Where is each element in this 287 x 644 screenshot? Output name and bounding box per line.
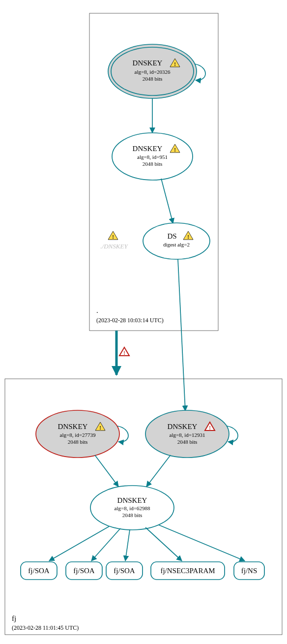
node-fj-ksk1[interactable]: DNSKEY alg=8, id=27739 2048 bits ! xyxy=(36,410,119,458)
rrset-nsec3param[interactable]: fj/NSEC3PARAM xyxy=(151,562,225,580)
svg-text:!: ! xyxy=(209,425,211,430)
svg-text:DNSKEY: DNSKEY xyxy=(133,145,163,153)
zone-fj-timestamp: (2023-02-28 11:01:45 UTC) xyxy=(12,624,79,631)
fj-ksk2-line2: 2048 bits xyxy=(177,439,198,445)
svg-text:DNSKEY: DNSKEY xyxy=(133,59,163,67)
rrset-soa3-label: fj/SOA xyxy=(114,567,135,575)
rrset-soa1-label: fj/SOA xyxy=(28,567,50,575)
fj-ksk2-title: DNSKEY xyxy=(168,423,198,430)
edge-fj-ksk2-zsk xyxy=(146,455,171,487)
edge-zsk-soa1 xyxy=(49,526,109,561)
root-ksk-title: DNSKEY xyxy=(133,59,163,67)
fj-zsk-title: DNSKEY xyxy=(117,496,147,504)
rrset-soa3[interactable]: fj/SOA xyxy=(106,562,143,580)
svg-text:DNSKEY: DNSKEY xyxy=(168,423,198,430)
svg-text:DS: DS xyxy=(167,232,176,240)
rrset-ns-label: fj/NS xyxy=(241,567,258,575)
edge-zsk-soa2 xyxy=(91,528,120,561)
svg-text:!: ! xyxy=(174,61,176,67)
root-ksk-line1: alg=8, id=20326 xyxy=(135,69,171,75)
svg-text:!: ! xyxy=(174,147,176,153)
warning-icon: ! xyxy=(108,231,118,240)
edge-root-zsk-ds xyxy=(161,179,173,223)
fj-ksk2-line1: alg=8, id=12931 xyxy=(170,432,205,438)
root-zsk-line2: 2048 bits xyxy=(143,161,163,167)
zone-root-timestamp: (2023-02-28 10:03:14 UTC) xyxy=(96,317,164,324)
svg-text:!: ! xyxy=(123,350,125,356)
warning-icon-red: ! xyxy=(119,347,129,356)
rrset-soa2-label: fj/SOA xyxy=(73,567,95,575)
edge-zsk-soa3 xyxy=(125,530,130,561)
node-root-ksk[interactable]: DNSKEY alg=8, id=20326 2048 bits ! xyxy=(108,44,197,98)
fj-ksk1-title: DNSKEY xyxy=(58,423,88,430)
rrset-soa1[interactable]: fj/SOA xyxy=(21,562,57,580)
edge-ds-fj-ksk2 xyxy=(178,259,185,411)
zone-fj-label: fj xyxy=(12,614,16,622)
svg-point-9 xyxy=(143,223,210,259)
svg-text:!: ! xyxy=(99,425,101,430)
root-zsk-title: DNSKEY xyxy=(133,145,163,153)
node-fj-ksk2[interactable]: DNSKEY alg=8, id=12931 2048 bits ! xyxy=(145,410,229,458)
node-root-phantom: ! ./DNSKEY xyxy=(100,231,128,250)
svg-text:DNSKEY: DNSKEY xyxy=(58,423,88,430)
root-ksk-line2: 2048 bits xyxy=(143,76,163,82)
rrset-soa2[interactable]: fj/SOA xyxy=(66,562,102,580)
node-root-ds[interactable]: DS digest alg=2 ! xyxy=(143,223,210,259)
svg-text:!: ! xyxy=(187,234,189,240)
edge-zsk-ns xyxy=(159,525,245,561)
rrset-nsec3p-label: fj/NSEC3PARAM xyxy=(160,567,215,575)
fj-ksk1-line1: alg=8, id=27739 xyxy=(60,432,96,438)
edge-fj-ksk1-zsk xyxy=(95,455,118,487)
root-zsk-line1: alg=8, id=951 xyxy=(137,154,168,160)
fj-zsk-line2: 2048 bits xyxy=(122,512,143,518)
svg-text:!: ! xyxy=(112,234,114,240)
node-root-zsk[interactable]: DNSKEY alg=8, id=951 2048 bits ! xyxy=(112,133,193,180)
zone-root-label: . xyxy=(96,307,98,314)
root-phantom-label: ./DNSKEY xyxy=(100,243,128,250)
root-ds-line1: digest alg=2 xyxy=(163,242,190,247)
rrset-ns[interactable]: fj/NS xyxy=(234,562,264,580)
node-fj-zsk[interactable]: DNSKEY alg=8, id=62988 2048 bits xyxy=(90,486,174,530)
fj-zsk-line1: alg=8, id=62988 xyxy=(115,505,150,511)
fj-ksk1-line2: 2048 bits xyxy=(68,439,88,445)
dnssec-graph: . (2023-02-28 10:03:14 UTC) DNSKEY alg=8… xyxy=(0,0,287,644)
root-ds-title: DS xyxy=(167,232,176,240)
